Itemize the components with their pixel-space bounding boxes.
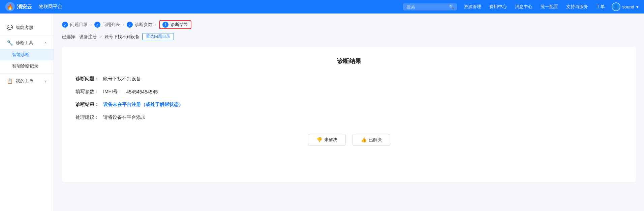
diag-result-row: 诊断结果： 设备未在平台注册（或处于解绑状态） [75,102,622,108]
search-input[interactable] [406,4,447,9]
check-icon-3: ✓ [127,22,133,28]
suggest-label: 处理建议： [75,114,99,121]
check-icon-1: ✓ [62,22,68,28]
search-bar[interactable]: 🔍 [403,3,457,10]
user-menu[interactable]: 👤 sound ▾ [612,2,639,11]
breadcrumb-label-3: 诊断参数 [135,22,152,28]
logo-text: 消安云 [17,4,32,10]
username: sound [622,4,634,9]
sidebar-item-smart-service[interactable]: 💬 智能客服 [0,22,54,34]
breadcrumb-step-2: ✓ 问题列表 [94,22,120,28]
workorder-arrow: ∨ [44,79,47,83]
menu-item-support[interactable]: 支持与服务 [566,4,588,10]
result-card: 诊断结果 诊断问题： 账号下找不到设备 填写参数： IMEI号： 4545454… [62,47,636,182]
workorder-icon: 📋 [7,78,13,84]
params-label: 填写参数： [75,89,99,95]
breadcrumb-sep-3: › [155,22,156,27]
breadcrumb-sep-2: › [123,22,124,27]
breadcrumb: ✓ 问题目录 › ✓ 问题列表 › ✓ 诊断参数 › 4 诊断结果 [62,20,636,29]
sidebar-item-diag-tools[interactable]: 🔧 诊断工具 ∧ [0,37,54,49]
breadcrumb-label-1: 问题目录 [70,22,88,28]
sidebar-item-label-workorder: 我的工单 [16,78,33,84]
step-icon-4: 4 [162,22,168,28]
sidebar-section-main: 💬 智能客服 🔧 诊断工具 ∧ 智能诊断 智能诊断记录 📋 我的工单 ∨ [0,19,54,90]
diag-tools-arrow: ∧ [44,41,47,45]
check-icon-2: ✓ [94,22,100,28]
logo-icon: 🔥 [5,2,15,11]
breadcrumb-label-4: 诊断结果 [171,22,188,28]
selected-prefix: 已选择: [62,34,76,40]
reset-button[interactable]: 重选问题目录 [142,33,174,40]
problem-label: 诊断问题： [75,76,99,82]
diag-tools-icon: 🔧 [7,40,13,46]
selected-path1: 设备注册 [79,34,97,40]
breadcrumb-step-3: ✓ 诊断参数 [127,22,152,28]
divider-1 [0,35,54,35]
thumbup-icon: 👍 [361,137,367,142]
main-layout: 💬 智能客服 🔧 诊断工具 ∧ 智能诊断 智能诊断记录 📋 我的工单 ∨ [0,14,644,211]
unresolved-label: 未解决 [324,137,337,143]
avatar: 👤 [612,2,620,11]
main-content: ✓ 问题目录 › ✓ 问题列表 › ✓ 诊断参数 › 4 诊断结果 已选择: 设… [54,14,644,211]
param-value: 454545454545 [126,89,158,95]
problem-row: 诊断问题： 账号下找不到设备 [75,76,622,82]
sidebar-item-label-smart-service: 智能客服 [16,25,33,31]
sidebar-subitem-label-diag-records: 智能诊断记录 [12,63,38,69]
problem-value: 账号下找不到设备 [103,76,141,82]
unresolved-button[interactable]: 👎 未解决 [308,134,346,146]
sidebar: 💬 智能客服 🔧 诊断工具 ∧ 智能诊断 智能诊断记录 📋 我的工单 ∨ [0,14,54,211]
action-buttons: 👎 未解决 👍 已解决 [75,134,622,146]
app-name: 物联网平台 [39,4,62,10]
sidebar-subitem-smart-diag[interactable]: 智能诊断 [0,49,54,60]
breadcrumb-label-2: 问题列表 [102,22,120,28]
resolved-label: 已解决 [369,137,382,143]
result-title: 诊断结果 [75,57,622,65]
sidebar-subitem-label-smart-diag: 智能诊断 [12,52,30,57]
breadcrumb-step-1: ✓ 问题目录 [62,22,88,28]
param-key: IMEI号： [103,89,122,95]
sidebar-item-label-diag-tools: 诊断工具 [16,40,33,46]
selected-path2: 账号下找不到设备 [104,34,140,40]
sidebar-subitem-diag-records[interactable]: 智能诊断记录 [0,60,54,72]
menu-item-billing[interactable]: 费用中心 [489,4,507,10]
selected-bar: 已选择: 设备注册 > 账号下找不到设备 重选问题目录 [62,33,636,40]
top-menu: 资源管理 费用中心 消息中心 统一配置 支持与服务 工单 [464,4,605,10]
dropdown-icon: ▾ [636,4,639,9]
sidebar-item-my-workorder[interactable]: 📋 我的工单 ∨ [0,75,54,87]
selected-sep: > [99,34,102,39]
breadcrumb-sep-1: › [90,22,92,27]
diag-label: 诊断结果： [75,102,99,108]
menu-item-resource[interactable]: 资源管理 [464,4,481,10]
params-row: 填写参数： IMEI号： 454545454545 [75,89,622,95]
menu-item-workorder[interactable]: 工单 [596,4,605,10]
logo: 🔥 消安云 [5,2,32,11]
smart-service-icon: 💬 [7,25,13,31]
menu-item-messages[interactable]: 消息中心 [515,4,532,10]
menu-item-config[interactable]: 统一配置 [541,4,558,10]
suggestion-row: 处理建议： 请将设备在平台添加 [75,114,622,121]
top-navigation: 🔥 消安云 物联网平台 🔍 资源管理 费用中心 消息中心 统一配置 支持与服务 … [0,0,644,14]
breadcrumb-step-4: 4 诊断结果 [159,20,191,29]
thumbdown-icon: 👎 [316,137,322,142]
resolved-button[interactable]: 👍 已解决 [352,134,390,146]
divider-2 [0,73,54,74]
search-icon: 🔍 [449,4,454,9]
diag-value[interactable]: 设备未在平台注册（或处于解绑状态） [103,102,183,108]
suggest-value: 请将设备在平台添加 [103,114,146,121]
